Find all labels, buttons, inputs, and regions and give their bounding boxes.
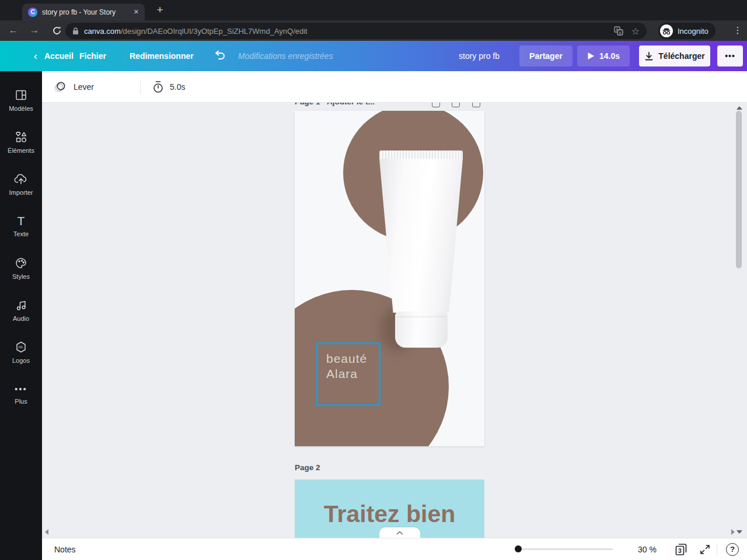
text-selection-box[interactable]: beauté Alara (316, 342, 381, 406)
styles-palette-icon (14, 256, 28, 270)
page1-duplicate-icon[interactable] (432, 103, 440, 107)
scroll-down-arrow[interactable] (736, 530, 742, 534)
more-dots-icon: ••• (15, 383, 27, 395)
header-more-button[interactable]: ••• (717, 46, 743, 66)
play-icon (587, 52, 595, 60)
sidebar-item-label: Audio (13, 315, 29, 322)
tab-title: story pro fb - Your Story (42, 8, 129, 16)
page2-label[interactable]: Page 2 (295, 463, 320, 472)
edit-toolbar: Lever 5.0s (42, 71, 747, 103)
url-path: /design/DAEoOIrqlUI/3yOtpEp_SiZHL7Wmd_Ay… (121, 27, 606, 36)
scroll-right-arrow[interactable] (731, 529, 735, 535)
brand-text[interactable]: beauté Alara (326, 351, 367, 382)
doc-title[interactable]: story pro fb (459, 41, 500, 71)
play-button[interactable]: 14.0s (577, 46, 630, 66)
bookmark-star-icon[interactable]: ☆ (631, 26, 640, 37)
browser-tab-strip: C story pro fb - Your Story ✕ + (0, 0, 747, 20)
incognito-label: Incognito (678, 27, 708, 36)
tube-crimped-end[interactable] (379, 150, 463, 159)
timing-label: 5.0s (170, 82, 185, 92)
upload-cloud-icon (13, 172, 29, 186)
sidebar-item-label: Texte (13, 230, 29, 237)
resize-menu[interactable]: Redimensionner (130, 41, 194, 71)
browser-window: C story pro fb - Your Story ✕ + ← → canv… (0, 0, 747, 560)
sidebar: Modèles Éléments Importer T Texte Styles… (0, 71, 42, 560)
notes-button[interactable]: Notes (54, 538, 76, 560)
sidebar-item-modeles[interactable]: Modèles (0, 79, 42, 121)
sidebar-item-logos[interactable]: co. Logos (0, 331, 42, 373)
forward-icon[interactable]: → (27, 23, 42, 38)
download-button[interactable]: Télécharger (639, 46, 710, 66)
file-menu[interactable]: Fichier (79, 41, 106, 71)
animate-button[interactable]: Lever (53, 71, 94, 102)
animate-label: Lever (74, 82, 94, 92)
expand-icon (699, 543, 711, 556)
zoom-slider-track[interactable] (522, 548, 613, 550)
sidebar-item-styles[interactable]: Styles (0, 247, 42, 289)
stopwatch-icon (152, 80, 165, 94)
download-label: Télécharger (658, 51, 704, 61)
toolbar-divider (140, 80, 141, 94)
new-tab-button[interactable]: + (153, 3, 167, 17)
canvas-area[interactable]: Page 1 - Ajouter le t... beauté Alara Pa… (42, 103, 747, 538)
back-icon[interactable]: ← (6, 23, 21, 38)
pages-icon: 3 (673, 542, 689, 557)
sidebar-item-label: Importer (9, 189, 33, 196)
translate-icon[interactable]: Aa (614, 26, 623, 36)
brand-line2: Alara (326, 366, 367, 382)
undo-icon[interactable] (214, 41, 226, 71)
sidebar-item-label: Plus (15, 398, 27, 405)
chevron-up-icon (396, 531, 403, 535)
templates-icon (14, 88, 28, 102)
scroll-up-arrow[interactable] (736, 106, 742, 110)
help-icon: ? (730, 545, 735, 554)
url-domain: canva.com (84, 27, 121, 36)
brand-line1: beauté (326, 351, 367, 366)
timing-button[interactable]: 5.0s (152, 71, 185, 102)
zoom-value[interactable]: 30 % (638, 538, 657, 560)
sidebar-item-audio[interactable]: Audio (0, 289, 42, 331)
canva-favicon: C (28, 8, 37, 17)
cosmetic-tube[interactable] (379, 159, 463, 313)
text-icon: T (18, 215, 25, 228)
zoom-slider-knob[interactable] (515, 545, 522, 552)
tab-close-icon[interactable]: ✕ (134, 8, 139, 16)
fullscreen-button[interactable] (699, 538, 711, 560)
tube-cap-seam (397, 316, 445, 317)
headline-text[interactable]: Traitez bien (295, 501, 484, 528)
scroll-left-arrow[interactable] (45, 529, 48, 535)
play-duration: 14.0s (599, 51, 620, 61)
reload-icon[interactable] (49, 23, 64, 38)
design-page-1[interactable]: beauté Alara (295, 111, 484, 446)
browser-tab[interactable]: C story pro fb - Your Story ✕ (22, 4, 145, 20)
sidebar-item-label: Éléments (8, 147, 34, 154)
sidebar-item-importer[interactable]: Importer (0, 163, 42, 205)
page1-delete-icon[interactable] (472, 103, 480, 107)
page1-header[interactable]: Page 1 - Ajouter le t... (295, 103, 375, 106)
browser-toolbar: ← → canva.com /design/DAEoOIrqlUI/3yOtpE… (0, 20, 747, 41)
sidebar-item-plus[interactable]: ••• Plus (0, 373, 42, 415)
svg-text:co.: co. (19, 345, 24, 349)
notes-pull-tab[interactable] (379, 527, 420, 538)
page1-add-icon[interactable] (452, 103, 460, 107)
bottom-bar: Notes 30 % 3 ? (42, 538, 747, 560)
sidebar-item-elements[interactable]: Éléments (0, 121, 42, 163)
save-status: Modifications enregistrées (238, 41, 333, 71)
header-back-chevron[interactable]: ‹ (34, 41, 37, 71)
sidebar-item-label: Logos (12, 357, 30, 364)
canva-header: ‹ Accueil Fichier Redimensionner Modific… (0, 41, 747, 71)
svg-text:3: 3 (678, 547, 682, 554)
sidebar-item-label: Modèles (9, 105, 33, 112)
home-link[interactable]: Accueil (44, 41, 74, 71)
help-button[interactable]: ? (726, 538, 739, 560)
logos-hexagon-icon: co. (13, 340, 29, 354)
audio-notes-icon (14, 298, 28, 312)
vertical-scrollbar-thumb[interactable] (736, 111, 742, 268)
lock-icon (72, 27, 79, 35)
address-bar[interactable]: canva.com /design/DAEoOIrqlUI/3yOtpEp_Si… (65, 23, 647, 39)
sidebar-item-texte[interactable]: T Texte (0, 205, 42, 247)
browser-menu-icon[interactable]: ⋮ (731, 23, 745, 38)
share-button[interactable]: Partager (519, 46, 573, 66)
pages-button[interactable]: 3 (673, 538, 689, 560)
bottom-bar-divider (717, 544, 717, 555)
